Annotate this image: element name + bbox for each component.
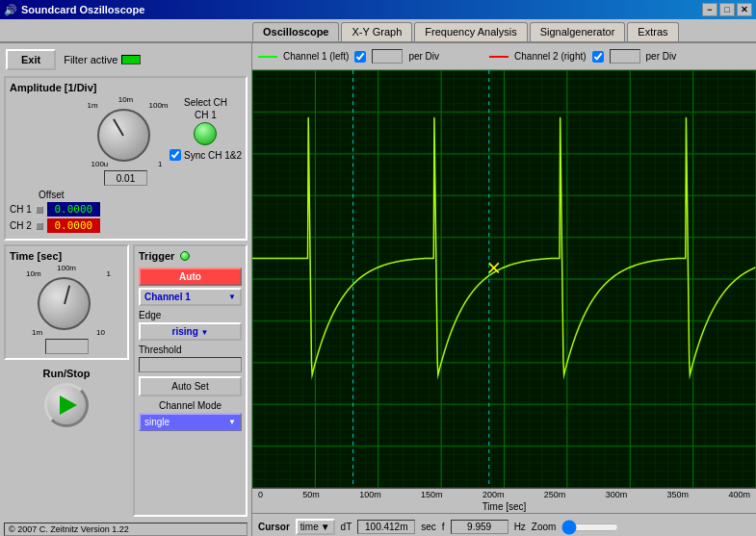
ch1-offset-row: CH 1 0.0000 [10, 202, 242, 217]
filter-label: Filter active [64, 54, 117, 65]
knob-indicator [113, 118, 124, 136]
maximize-button[interactable]: □ [719, 3, 735, 16]
xaxis-300m: 300m [606, 490, 628, 499]
left-panel: Exit Filter active Amplitude [1/Div] 10m… [0, 43, 252, 536]
tab-frequency-analysis[interactable]: Frequency Analysis [414, 22, 527, 41]
play-icon [60, 396, 77, 415]
time-scale-10: 10 [96, 328, 105, 337]
dt-value: 100.412m [357, 520, 415, 534]
xaxis-0: 0 [258, 490, 263, 499]
xaxis-50m: 50m [302, 490, 320, 499]
amplitude-knob[interactable] [97, 109, 150, 162]
app-title: Soundcard Oszilloscope [21, 4, 144, 15]
xaxis-title: Time [sec] [252, 500, 756, 513]
time-value-input[interactable]: 400m [45, 339, 89, 354]
xaxis-200m: 200m [482, 490, 505, 499]
f-unit: Hz [514, 522, 526, 532]
trigger-section: Trigger Auto Channel 1 ▼ Edge rising ▼ [133, 244, 248, 517]
amplitude-panel: Amplitude [1/Div] 10m 100m 1m 1 100u [4, 76, 248, 241]
trigger-mode-button[interactable]: Auto [139, 268, 242, 286]
filter-led [121, 55, 141, 64]
xaxis-150m: 150m [421, 490, 443, 499]
offset-label-row: Offset [10, 190, 242, 200]
titlebar-controls: − □ ✕ [702, 3, 752, 16]
left-bottom-row: Time [sec] 100m 1 10m 10 1m 40 [4, 244, 248, 517]
edge-dropdown[interactable]: rising ▼ [139, 322, 242, 341]
close-button[interactable]: ✕ [737, 3, 752, 16]
time-runstop-column: Time [sec] 100m 1 10m 10 1m 40 [4, 244, 129, 517]
oscilloscope-canvas [252, 70, 756, 488]
ch1-per-div-label: per Div [408, 51, 439, 62]
ch1-checkbox[interactable] [354, 51, 366, 63]
select-ch-label: Select CH [169, 97, 242, 108]
select-ch-area: Select CH CH 1 Sync CH 1&2 [169, 97, 242, 161]
time-knob[interactable] [38, 277, 91, 330]
offset-section: Offset CH 1 0.0000 CH 2 0.0000 [10, 190, 242, 233]
tab-extras[interactable]: Extras [627, 22, 678, 41]
filter-area: Filter active [64, 54, 141, 65]
tab-oscilloscope[interactable]: Oscilloscope [252, 22, 339, 41]
ch2-offset-row: CH 2 0.0000 [10, 218, 242, 233]
tab-xy-graph[interactable]: X-Y Graph [341, 22, 412, 41]
ch1-text: Channel 1 (left) [283, 51, 349, 62]
sync-label: Sync CH 1&2 [184, 150, 242, 161]
ch2-per-div-input[interactable]: 10m [610, 49, 640, 64]
ch1-label: CH 1 [169, 110, 242, 120]
amp-scale-1: 1 [158, 160, 162, 168]
time-scale-10m: 10m [26, 269, 41, 278]
f-value: 9.959 [451, 520, 508, 534]
ch2-offset-display: 0.0000 [47, 218, 100, 233]
sync-checkbox[interactable] [169, 149, 181, 161]
dt-label: dT [341, 522, 352, 532]
ch1-offset-scroll[interactable] [36, 206, 43, 214]
xaxis-labels: 0 50m 100m 150m 200m 250m 300m 350m 400m [252, 488, 756, 500]
ch1-line-indicator [258, 56, 277, 58]
run-stop-label: Run/Stop [43, 368, 91, 379]
dt-unit: sec [421, 522, 436, 532]
exit-button[interactable]: Exit [6, 49, 56, 70]
trigger-channel-dropdown[interactable]: Channel 1 ▼ [139, 288, 242, 306]
channel-mode-dropdown[interactable]: single ▼ [139, 413, 242, 431]
threshold-input[interactable]: 0.01 [139, 357, 242, 372]
right-area: Channel 1 (left) 10m per Div Channel 2 (… [252, 43, 756, 536]
app-icon: 🔊 [4, 4, 17, 16]
left-top: Exit Filter active [4, 47, 248, 72]
xaxis-100m: 100m [359, 490, 381, 499]
edge-arrow: ▼ [201, 328, 209, 337]
tabbar: Oscilloscope X-Y Graph Frequency Analysi… [0, 19, 756, 43]
ch1-offset-label: CH 1 [10, 204, 32, 215]
ch1-led[interactable] [194, 122, 217, 145]
amp-scale-10m: 10m [118, 95, 134, 104]
ch2-line-indicator [489, 56, 508, 58]
titlebar: 🔊 Soundcard Oszilloscope − □ ✕ [0, 0, 756, 19]
ch1-offset-display: 0.0000 [47, 202, 100, 217]
content: Exit Filter active Amplitude [1/Div] 10m… [0, 43, 756, 536]
oscilloscope-display[interactable] [252, 70, 756, 488]
run-stop-button[interactable] [44, 383, 89, 427]
amp-scale-100u: 100u [91, 160, 109, 168]
main: Oscilloscope X-Y Graph Frequency Analysi… [0, 19, 756, 536]
ch1-per-div-input[interactable]: 10m [372, 49, 403, 64]
minimize-button[interactable]: − [702, 3, 717, 16]
trigger-header: Trigger [139, 250, 242, 262]
cursor-mode-dropdown[interactable]: time ▼ [296, 519, 335, 535]
cursor-label: Cursor [258, 522, 290, 532]
time-scale-1m: 1m [32, 328, 42, 337]
autoset-button[interactable]: Auto Set [139, 376, 242, 396]
amplitude-value-input[interactable] [104, 170, 147, 186]
ch2-checkbox[interactable] [592, 51, 604, 63]
tab-signalgenerator[interactable]: Signalgenerator [530, 22, 626, 41]
xaxis-250m: 250m [544, 490, 566, 499]
channel-controls: Channel 1 (left) 10m per Div Channel 2 (… [252, 43, 756, 70]
amp-scale-1m: 1m [88, 101, 98, 110]
ch2-offset-label: CH 2 [10, 220, 32, 231]
copyright: © 2007 C. Zeitnitz Version 1.22 [4, 523, 248, 536]
zoom-slider[interactable] [561, 520, 619, 535]
amplitude-title: Amplitude [1/Div] [10, 82, 242, 93]
titlebar-title: 🔊 Soundcard Oszilloscope [4, 4, 144, 16]
ch2-offset-scroll[interactable] [36, 222, 43, 230]
time-scale-100m: 100m [57, 264, 76, 272]
time-title: Time [sec] [10, 250, 123, 262]
channel-mode-label: Channel Mode [139, 400, 242, 411]
ch2-text: Channel 2 (right) [514, 51, 586, 62]
